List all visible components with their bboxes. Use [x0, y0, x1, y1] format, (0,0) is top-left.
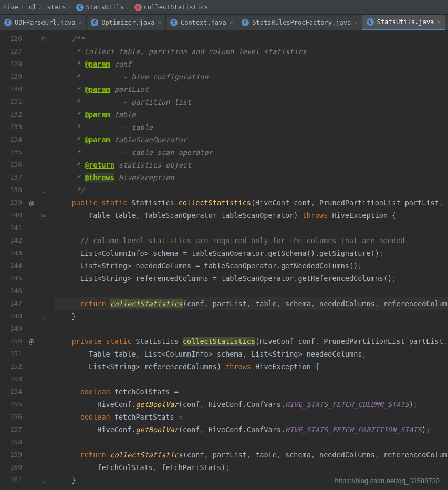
code-line[interactable]: * - hive configuration [55, 70, 448, 83]
code-line[interactable]: boolean fetchColStats = [55, 385, 448, 398]
close-icon[interactable]: ✕ [354, 19, 358, 26]
line-number[interactable]: 130 [0, 83, 22, 96]
line-number[interactable]: 141 [0, 222, 22, 234]
line-number[interactable]: 147 [0, 297, 22, 310]
code-line[interactable]: // column level statistics are required … [55, 234, 448, 247]
code-line[interactable]: public static Statistics collectStatisti… [55, 196, 448, 209]
line-number-gutter[interactable]: 1261271281291301311321331341351361371381… [0, 30, 26, 490]
line-number[interactable]: 140 [0, 209, 22, 222]
code-line[interactable]: */ [55, 184, 448, 196]
line-number[interactable]: 135 [0, 146, 22, 159]
code-line[interactable] [55, 285, 448, 297]
tab-label: Optimizer.java [101, 19, 154, 26]
code-line[interactable]: } [55, 310, 448, 322]
close-icon[interactable]: ✕ [230, 19, 233, 26]
code-content[interactable]: /** * Collect table, partition and colum… [50, 30, 448, 490]
code-line[interactable]: private static Statistics collectStatist… [55, 335, 448, 348]
close-icon[interactable]: ✕ [79, 19, 82, 26]
code-line[interactable]: List<ColumnInfo> schema = tableScanOpera… [55, 247, 448, 259]
code-line[interactable]: List<String> referencedColumns = tableSc… [55, 272, 448, 285]
line-number[interactable]: 152 [0, 360, 22, 373]
gutter-annotations[interactable]: @@ [26, 30, 37, 490]
editor-tab[interactable]: CStatsRulesProcFactory.java✕ [237, 15, 362, 30]
line-number[interactable]: 154 [0, 385, 22, 398]
line-number[interactable]: 151 [0, 348, 22, 360]
chevron-right-icon: 〉 [20, 3, 27, 12]
tab-label: StatsUtils.java [377, 18, 434, 26]
chevron-right-icon: 〉 [126, 3, 132, 12]
class-icon: C [367, 18, 374, 26]
class-icon: C [242, 19, 249, 26]
breadcrumb-item[interactable]: ql [29, 4, 36, 11]
line-number[interactable]: 158 [0, 436, 22, 449]
line-number[interactable]: 138 [0, 184, 22, 196]
gutter-fold-icons[interactable]: ⊟⌞⊟⌞⌞ [37, 30, 50, 490]
code-line[interactable]: * @return statistics object [55, 159, 448, 171]
line-number[interactable]: 126 [0, 33, 22, 45]
line-number[interactable]: 133 [0, 121, 22, 133]
line-number[interactable]: 146 [0, 285, 22, 297]
breadcrumb-bar: hive 〉 ql 〉 stats 〉 CStatsUtils 〉 mcolle… [0, 0, 448, 15]
code-line[interactable]: HiveConf.getBoolVar(conf, HiveConf.ConfV… [55, 423, 448, 436]
line-number[interactable]: 159 [0, 449, 22, 461]
editor-tab[interactable]: CContext.java✕ [166, 15, 237, 30]
code-line[interactable]: Table table, TableScanOperator tableScan… [55, 209, 448, 222]
code-line[interactable]: * @param table [55, 108, 448, 121]
code-line[interactable]: * - partition list [55, 96, 448, 108]
breadcrumb-item[interactable]: hive [3, 4, 18, 11]
code-line[interactable]: boolean fetchPartStats = [55, 411, 448, 423]
breadcrumb-item[interactable]: CStatsUtils [76, 4, 123, 11]
line-number[interactable]: 142 [0, 234, 22, 247]
code-line[interactable] [55, 373, 448, 385]
code-line[interactable]: List<String> referencedColumns) throws H… [55, 360, 448, 373]
code-line[interactable]: List<String> neededColumns = tableScanOp… [55, 259, 448, 272]
editor-tab[interactable]: CUDFParseUrl.java✕ [0, 15, 87, 30]
code-line[interactable]: * - table scan operator [55, 146, 448, 159]
code-line[interactable] [55, 322, 448, 335]
line-number[interactable]: 156 [0, 411, 22, 423]
line-number[interactable]: 136 [0, 159, 22, 171]
code-line[interactable]: * @param partList [55, 83, 448, 96]
line-number[interactable]: 155 [0, 398, 22, 411]
line-number[interactable]: 128 [0, 58, 22, 70]
line-number[interactable]: 161 [0, 474, 22, 486]
code-line[interactable]: /** [55, 33, 448, 45]
code-line[interactable]: * - table [55, 121, 448, 133]
editor-tab[interactable]: CStatsUtils.java✕ [362, 15, 445, 30]
line-number[interactable]: 150 [0, 335, 22, 348]
code-line[interactable] [55, 436, 448, 449]
code-line[interactable]: * @param tableScanOperator [55, 133, 448, 146]
editor-tab[interactable]: CAnnotateWithStatistics [445, 15, 448, 30]
line-number[interactable]: 148 [0, 310, 22, 322]
line-number[interactable]: 160 [0, 461, 22, 474]
code-line[interactable]: * @param conf [55, 58, 448, 70]
line-number[interactable]: 145 [0, 272, 22, 285]
close-icon[interactable]: ✕ [158, 19, 161, 26]
code-line[interactable]: return collectStatistics(conf, partList,… [55, 449, 448, 461]
line-number[interactable]: 137 [0, 171, 22, 184]
line-number[interactable]: 132 [0, 108, 22, 121]
code-line[interactable]: return collectStatistics(conf, partList,… [55, 297, 448, 310]
line-number[interactable]: 149 [0, 322, 22, 335]
line-number[interactable]: 131 [0, 96, 22, 108]
line-number[interactable]: 143 [0, 247, 22, 259]
line-number[interactable]: 144 [0, 259, 22, 272]
code-line[interactable]: * Collect table, partition and column le… [55, 45, 448, 58]
line-number[interactable]: 153 [0, 373, 22, 385]
line-number[interactable]: 139 [0, 196, 22, 209]
code-line[interactable] [55, 222, 448, 234]
close-icon[interactable]: ✕ [437, 18, 441, 25]
code-line[interactable]: HiveConf.getBoolVar(conf, HiveConf.ConfV… [55, 398, 448, 411]
code-line[interactable]: fetchColStats, fetchPartStats); [55, 461, 448, 474]
breadcrumb-item[interactable]: mcollectStatistics [134, 4, 209, 11]
code-line[interactable]: * @throws HiveException [55, 171, 448, 184]
line-number[interactable]: 127 [0, 45, 22, 58]
line-number[interactable]: 134 [0, 133, 22, 146]
code-line[interactable]: Table table, List<ColumnInfo> schema, Li… [55, 348, 448, 360]
line-number[interactable]: 157 [0, 423, 22, 436]
line-number[interactable]: 129 [0, 70, 22, 83]
method-icon: m [134, 4, 142, 11]
chevron-right-icon: 〉 [38, 3, 45, 12]
breadcrumb-item[interactable]: stats [47, 4, 66, 11]
editor-tab[interactable]: COptimizer.java✕ [87, 15, 166, 30]
